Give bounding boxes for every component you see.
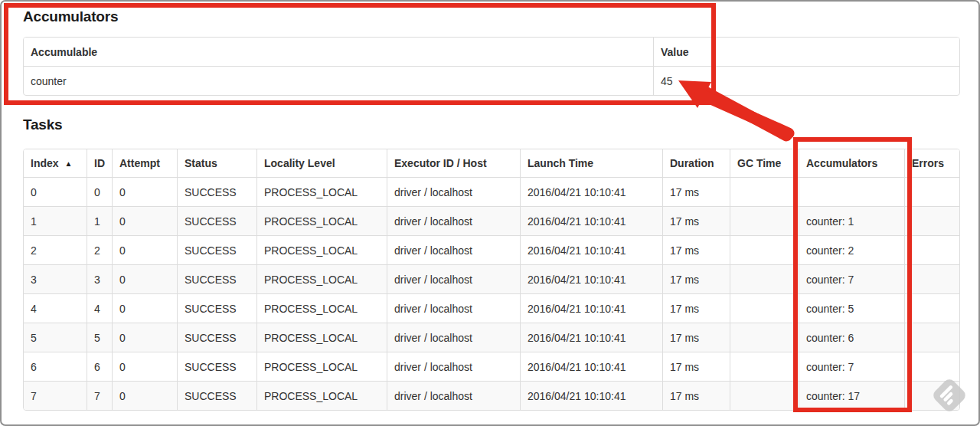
tasks-table: Index▲ ID Attempt Status Locality Level … [23,149,960,411]
task-errors-cell [904,323,960,352]
task-locality-cell: PROCESS_LOCAL [256,235,387,264]
task-attempt-cell: 0 [112,323,177,352]
task-accumulators-cell: counter: 5 [799,293,904,323]
task-attempt-cell: 0 [112,177,177,206]
accumulators-table: Accumulable Value counter 45 [23,37,960,96]
task-locality-cell: PROCESS_LOCAL [256,323,387,352]
task-status-cell: SUCCESS [177,177,256,206]
task-executor-cell: driver / localhost [387,177,520,206]
task-executor-cell: driver / localhost [387,323,520,352]
col-header-index[interactable]: Index▲ [24,149,87,177]
task-id-cell: 7 [87,381,112,410]
task-attempt-cell: 0 [112,206,177,235]
task-locality-cell: PROCESS_LOCAL [256,206,387,235]
tasks-heading: Tasks [23,116,62,133]
accumulator-row: counter 45 [24,66,960,95]
task-duration-cell: 17 ms [662,323,730,352]
task-launch-time-cell: 2016/04/21 10:10:41 [520,352,662,381]
task-index-cell: 7 [24,381,87,410]
task-status-cell: SUCCESS [177,235,256,264]
task-status-cell: SUCCESS [177,352,256,381]
task-locality-cell: PROCESS_LOCAL [256,293,387,323]
col-header-value[interactable]: Value [653,38,960,66]
task-errors-cell [904,352,960,381]
task-gc-time-cell [730,206,799,235]
col-header-executor-id-host[interactable]: Executor ID / Host [387,149,520,177]
task-duration-cell: 17 ms [662,235,730,264]
task-executor-cell: driver / localhost [387,381,520,410]
task-id-cell: 1 [87,206,112,235]
task-id-cell: 6 [87,352,112,381]
task-status-cell: SUCCESS [177,381,256,410]
col-header-attempt[interactable]: Attempt [112,149,177,177]
task-gc-time-cell [730,381,799,410]
task-index-cell: 5 [24,323,87,352]
col-header-locality-level[interactable]: Locality Level [256,149,387,177]
task-status-cell: SUCCESS [177,206,256,235]
task-row: 5 5 0 SUCCESS PROCESS_LOCAL driver / loc… [24,323,960,352]
task-gc-time-cell [730,264,799,293]
task-row: 3 3 0 SUCCESS PROCESS_LOCAL driver / loc… [24,264,960,293]
task-locality-cell: PROCESS_LOCAL [256,264,387,293]
task-launch-time-cell: 2016/04/21 10:10:41 [520,381,662,410]
task-executor-cell: driver / localhost [387,264,520,293]
task-accumulators-cell: counter: 17 [799,381,904,410]
task-row: 2 2 0 SUCCESS PROCESS_LOCAL driver / loc… [24,235,960,264]
task-id-cell: 3 [87,264,112,293]
col-header-accumulators[interactable]: Accumulators [799,149,904,177]
task-duration-cell: 17 ms [662,206,730,235]
task-attempt-cell: 0 [112,381,177,410]
accumulators-heading: Accumulators [23,8,118,25]
task-launch-time-cell: 2016/04/21 10:10:41 [520,323,662,352]
task-duration-cell: 17 ms [662,352,730,381]
task-duration-cell: 17 ms [662,293,730,323]
task-index-cell: 3 [24,264,87,293]
task-errors-cell [904,293,960,323]
col-header-launch-time[interactable]: Launch Time [520,149,662,177]
task-launch-time-cell: 2016/04/21 10:10:41 [520,293,662,323]
task-status-cell: SUCCESS [177,323,256,352]
task-status-cell: SUCCESS [177,264,256,293]
task-attempt-cell: 0 [112,235,177,264]
sort-ascending-icon: ▲ [65,159,73,168]
col-header-errors[interactable]: Errors [904,149,960,177]
accumulable-value-cell: 45 [653,66,960,95]
task-row: 6 6 0 SUCCESS PROCESS_LOCAL driver / loc… [24,352,960,381]
task-id-cell: 5 [87,323,112,352]
accumulators-header-row: Accumulable Value [24,38,960,66]
task-index-cell: 1 [24,206,87,235]
task-launch-time-cell: 2016/04/21 10:10:41 [520,264,662,293]
task-status-cell: SUCCESS [177,293,256,323]
task-executor-cell: driver / localhost [387,206,520,235]
col-header-id[interactable]: ID [87,149,112,177]
task-index-cell: 4 [24,293,87,323]
task-id-cell: 4 [87,293,112,323]
col-header-accumulable[interactable]: Accumulable [24,38,653,66]
task-gc-time-cell [730,177,799,206]
task-accumulators-cell: counter: 1 [799,206,904,235]
task-launch-time-cell: 2016/04/21 10:10:41 [520,177,662,206]
task-attempt-cell: 0 [112,352,177,381]
task-gc-time-cell [730,352,799,381]
task-accumulators-cell: counter: 2 [799,235,904,264]
task-id-cell: 2 [87,235,112,264]
col-header-status[interactable]: Status [177,149,256,177]
task-accumulators-cell: counter: 7 [799,352,904,381]
task-errors-cell [904,177,960,206]
task-row: 1 1 0 SUCCESS PROCESS_LOCAL driver / loc… [24,206,960,235]
tasks-header-row: Index▲ ID Attempt Status Locality Level … [24,149,960,177]
task-gc-time-cell [730,323,799,352]
col-header-duration[interactable]: Duration [662,149,730,177]
index-header-label: Index [31,157,59,169]
task-row: 7 7 0 SUCCESS PROCESS_LOCAL driver / loc… [24,381,960,410]
col-header-gc-time[interactable]: GC Time [730,149,799,177]
task-index-cell: 0 [24,177,87,206]
task-executor-cell: driver / localhost [387,235,520,264]
task-gc-time-cell [730,293,799,323]
task-accumulators-cell [799,177,904,206]
task-id-cell: 0 [87,177,112,206]
task-attempt-cell: 0 [112,264,177,293]
task-gc-time-cell [730,235,799,264]
spark-ui-page: Accumulators Accumulable Value counter 4… [0,0,980,426]
task-accumulators-cell: counter: 6 [799,323,904,352]
